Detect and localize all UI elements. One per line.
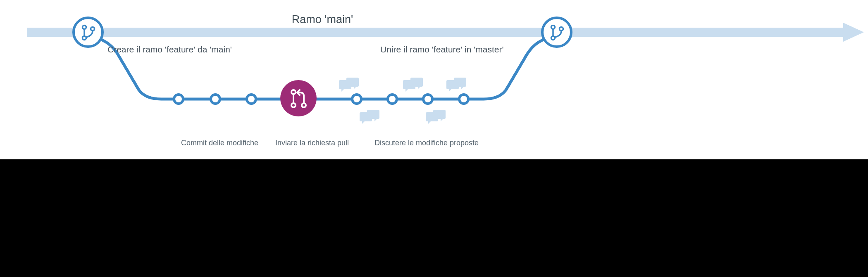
svg-marker-22 (341, 88, 345, 92)
start-branch-node (74, 18, 103, 47)
svg-point-15 (423, 95, 432, 104)
svg-point-14 (388, 95, 397, 104)
svg-point-2 (74, 18, 103, 47)
main-branch-arrow (27, 23, 864, 42)
feature-branch-path (88, 32, 557, 99)
svg-rect-23 (346, 78, 359, 87)
svg-marker-1 (843, 23, 864, 42)
svg-point-9 (560, 27, 563, 31)
svg-marker-28 (418, 86, 421, 89)
pull-request-node (280, 80, 317, 116)
commit-caption: Commit delle modifiche (181, 139, 258, 147)
svg-rect-31 (454, 78, 466, 87)
discuss-caption: Discutere le modifiche proposte (374, 139, 479, 147)
svg-point-12 (247, 95, 256, 104)
svg-marker-34 (362, 121, 365, 124)
svg-rect-35 (367, 110, 379, 119)
svg-rect-27 (410, 78, 423, 87)
svg-point-16 (459, 95, 468, 104)
end-branch-node (542, 18, 571, 47)
svg-point-4 (83, 36, 86, 40)
svg-point-5 (91, 27, 95, 31)
svg-rect-0 (27, 28, 843, 37)
create-branch-label: Creare il ramo 'feature' da 'main' (107, 45, 232, 54)
svg-point-6 (542, 18, 571, 47)
main-branch-label: Ramo 'main' (260, 13, 384, 26)
svg-point-8 (551, 36, 555, 40)
merge-branch-label: Unire il ramo 'feature' in 'master' (380, 45, 503, 54)
svg-point-3 (83, 26, 86, 29)
bottom-black-bar (0, 159, 868, 277)
svg-rect-39 (433, 110, 446, 119)
workflow-diagram (0, 0, 868, 159)
svg-point-10 (174, 95, 183, 104)
svg-marker-36 (374, 118, 378, 121)
svg-point-11 (211, 95, 220, 104)
svg-marker-24 (354, 86, 357, 89)
svg-point-7 (551, 26, 555, 29)
svg-point-17 (280, 80, 317, 116)
svg-marker-26 (405, 88, 409, 92)
send-pr-caption: Inviare la richiesta pull (275, 139, 349, 147)
svg-point-13 (352, 95, 361, 104)
